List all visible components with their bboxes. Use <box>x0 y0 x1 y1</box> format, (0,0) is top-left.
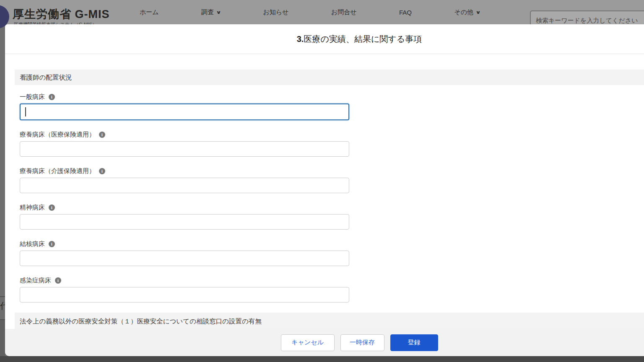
form-fields: 一般病床 i 療養病床（医療保険適用） i <box>20 93 349 303</box>
app-header: 厚生労働省 G-MIS 医療機関等情報支援システム（G-MIS） ホーム 調査∨… <box>0 0 644 24</box>
modal-dialog: 3.医療の実績、結果に関する事項 看護師の配置状況 一般病床 i <box>5 24 644 356</box>
field-ryoyo-medical-beds: 療養病床（医療保険適用） i <box>20 130 349 157</box>
field-label: 精神病床 <box>20 204 45 212</box>
modal-titlebar: 3.医療の実績、結果に関する事項 <box>5 24 644 54</box>
input-general-beds[interactable] <box>20 103 349 120</box>
section-heading-nurse-staffing: 看護師の配置状況 <box>15 70 644 85</box>
nav-survey[interactable]: 調査∨ <box>201 8 221 16</box>
info-icon[interactable]: i <box>55 277 61 284</box>
submit-button[interactable]: 登録 <box>390 334 438 351</box>
save-draft-button[interactable]: 一時保存 <box>340 334 384 351</box>
field-label: 療養病床（介護保険適用） <box>20 167 95 175</box>
chevron-down-icon: ∨ <box>216 10 221 15</box>
info-icon[interactable]: i <box>49 204 55 211</box>
info-icon[interactable]: i <box>49 94 55 100</box>
modal-title-number: 3. <box>297 34 304 44</box>
chevron-down-icon: ∨ <box>475 10 481 15</box>
field-ryoyo-kaigo-beds: 療養病床（介護保険適用） i <box>20 167 349 193</box>
text-caret <box>25 107 26 116</box>
field-label: 療養病床（医療保険適用） <box>20 131 95 139</box>
field-label: 結核病床 <box>20 240 45 248</box>
input-ryoyo-kaigo-beds[interactable] <box>20 178 349 193</box>
search-input[interactable] <box>531 17 644 24</box>
modal-body: 看護師の配置状況 一般病床 i 療養病床（医療保険適用） i <box>5 54 644 356</box>
field-tuberculosis-beds: 結核病床 i <box>20 240 349 266</box>
input-psychiatric-beds[interactable] <box>20 214 349 230</box>
cancel-button[interactable]: キャンセル <box>281 334 335 351</box>
modal-footer: キャンセル 一時保存 登録 <box>5 329 644 356</box>
app-logo-title: 厚生労働省 G-MIS <box>13 7 110 22</box>
background-divider <box>0 296 5 297</box>
input-ryoyo-medical-beds[interactable] <box>20 141 349 157</box>
info-icon[interactable]: i <box>49 241 55 247</box>
nav-contact[interactable]: お問合せ <box>331 8 357 16</box>
field-general-beds: 一般病床 i <box>20 93 349 120</box>
info-icon[interactable]: i <box>99 132 105 138</box>
background-bottom-bar <box>0 356 644 362</box>
field-label: 一般病床 <box>20 93 45 101</box>
modal-title-text: 医療の実績、結果に関する事項 <box>304 34 422 44</box>
nav-news[interactable]: お知らせ <box>263 8 288 16</box>
input-tuberculosis-beds[interactable] <box>20 251 349 266</box>
input-infectious-beds[interactable] <box>20 287 349 303</box>
info-icon[interactable]: i <box>99 168 105 174</box>
background-partial-text: 代 <box>0 300 5 312</box>
field-label: 感染症病床 <box>20 277 51 284</box>
nav-faq[interactable]: FAQ <box>399 9 412 16</box>
modal-title: 3.医療の実績、結果に関する事項 <box>297 34 422 45</box>
background-lower-strip <box>0 320 5 356</box>
nav-home[interactable]: ホーム <box>140 8 159 16</box>
field-infectious-beds: 感染症病床 i <box>20 276 349 303</box>
screen: 厚生労働省 G-MIS 医療機関等情報支援システム（G-MIS） ホーム 調査∨… <box>0 0 644 362</box>
nav-others[interactable]: その他∨ <box>454 8 480 16</box>
field-psychiatric-beds: 精神病床 i <box>20 203 349 230</box>
main-nav: ホーム 調査∨ お知らせ お問合せ FAQ その他∨ <box>140 0 480 24</box>
